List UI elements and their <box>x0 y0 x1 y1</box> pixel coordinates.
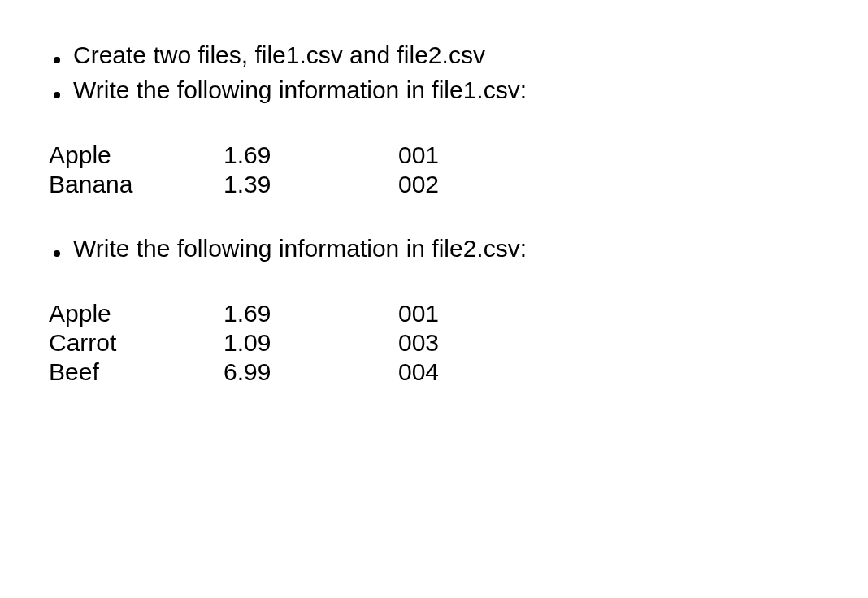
document-body: Create two files, file1.csv and file2.cs… <box>49 39 819 388</box>
table-row: Carrot 1.09 003 <box>49 329 819 357</box>
table-row: Apple 1.69 001 <box>49 141 819 169</box>
table-row: Apple 1.69 001 <box>49 300 819 327</box>
product-code: 003 <box>398 329 561 357</box>
product-price: 1.09 <box>224 329 398 357</box>
product-price: 1.69 <box>224 141 398 169</box>
product-name: Banana <box>49 171 224 198</box>
product-name: Apple <box>49 141 224 169</box>
file1-table: Apple 1.69 001 Banana 1.39 002 <box>49 141 819 200</box>
table-row: Banana 1.39 002 <box>49 171 819 198</box>
product-price: 6.99 <box>224 358 398 386</box>
product-price: 1.69 <box>224 300 398 327</box>
file2-table: Apple 1.69 001 Carrot 1.09 003 Beef 6.99… <box>49 300 819 388</box>
bullet-item: Create two files, file1.csv and file2.cs… <box>49 39 819 71</box>
bullet-icon <box>49 76 73 104</box>
bullet-item: Write the following information in file1… <box>49 74 819 106</box>
product-code: 001 <box>398 141 561 169</box>
bullet-text: Write the following information in file2… <box>73 232 527 264</box>
bullet-text: Create two files, file1.csv and file2.cs… <box>73 39 485 71</box>
product-code: 004 <box>398 358 561 386</box>
product-price: 1.39 <box>224 171 398 198</box>
bullet-icon <box>49 41 73 69</box>
product-name: Carrot <box>49 329 224 357</box>
product-code: 001 <box>398 300 561 327</box>
product-name: Beef <box>49 358 224 386</box>
product-name: Apple <box>49 300 224 327</box>
table-row: Beef 6.99 004 <box>49 358 819 386</box>
bullet-icon <box>49 235 73 262</box>
product-code: 002 <box>398 171 561 198</box>
bullet-text: Write the following information in file1… <box>73 74 527 106</box>
bullet-item: Write the following information in file2… <box>49 232 819 264</box>
